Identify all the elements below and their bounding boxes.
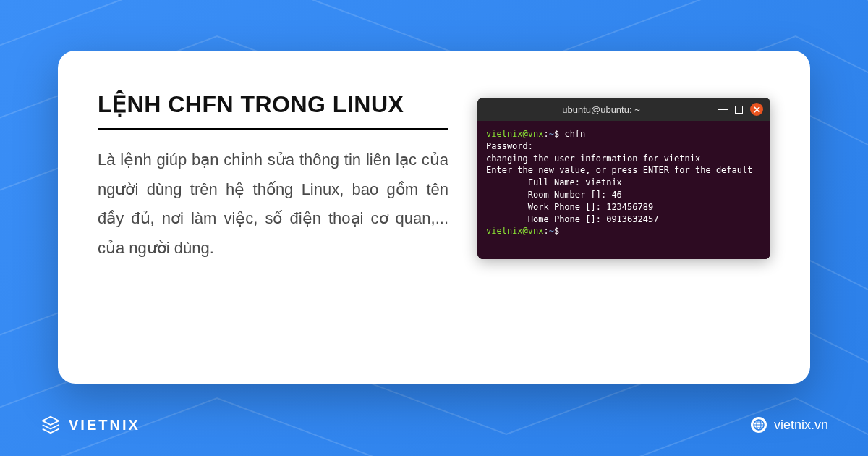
globe-icon bbox=[751, 417, 767, 433]
brand-name: VIETNIX bbox=[69, 417, 140, 434]
page-title: LỆNH CHFN TRONG LINUX bbox=[98, 90, 448, 130]
terminal-title: ubuntu@ubuntu: ~ bbox=[485, 104, 718, 115]
terminal-line: Room Number []: 46 bbox=[486, 189, 762, 201]
terminal-line: changing the user information for vietni… bbox=[486, 153, 762, 165]
terminal-line: Work Phone []: 123456789 bbox=[486, 201, 762, 214]
terminal-titlebar: ubuntu@ubuntu: ~ bbox=[477, 98, 770, 121]
terminal-line: Enter the new value, or press ENTER for … bbox=[486, 164, 762, 177]
brand-logo: VIETNIX bbox=[40, 414, 140, 436]
close-icon[interactable] bbox=[750, 103, 763, 116]
content-card: LỆNH CHFN TRONG LINUX Là lệnh giúp bạn c… bbox=[58, 51, 810, 384]
text-column: LỆNH CHFN TRONG LINUX Là lệnh giúp bạn c… bbox=[98, 90, 448, 347]
maximize-icon[interactable] bbox=[735, 106, 743, 114]
site-link[interactable]: vietnix.vn bbox=[751, 417, 828, 433]
description-text: Là lệnh giúp bạn chỉnh sửa thông tin liê… bbox=[98, 145, 448, 263]
site-url: vietnix.vn bbox=[774, 418, 828, 433]
terminal-body: vietnix@vnx:~$ chfnPassword:changing the… bbox=[477, 121, 770, 259]
terminal-window: ubuntu@ubuntu: ~ vietnix@vnx:~$ chfnPass… bbox=[477, 98, 770, 259]
footer-bar: VIETNIX vietnix.vn bbox=[40, 414, 828, 436]
terminal-line: vietnix@vnx:~$ bbox=[486, 225, 762, 237]
terminal-line: vietnix@vnx:~$ chfn bbox=[486, 128, 762, 140]
window-controls bbox=[718, 103, 763, 116]
terminal-column: ubuntu@ubuntu: ~ vietnix@vnx:~$ chfnPass… bbox=[477, 90, 770, 347]
minimize-icon[interactable] bbox=[718, 109, 728, 110]
terminal-line: Password: bbox=[486, 140, 762, 153]
stack-icon bbox=[40, 414, 61, 436]
terminal-line: Home Phone []: 0913632457 bbox=[486, 214, 762, 226]
terminal-line: Full Name: vietnix bbox=[486, 177, 762, 189]
